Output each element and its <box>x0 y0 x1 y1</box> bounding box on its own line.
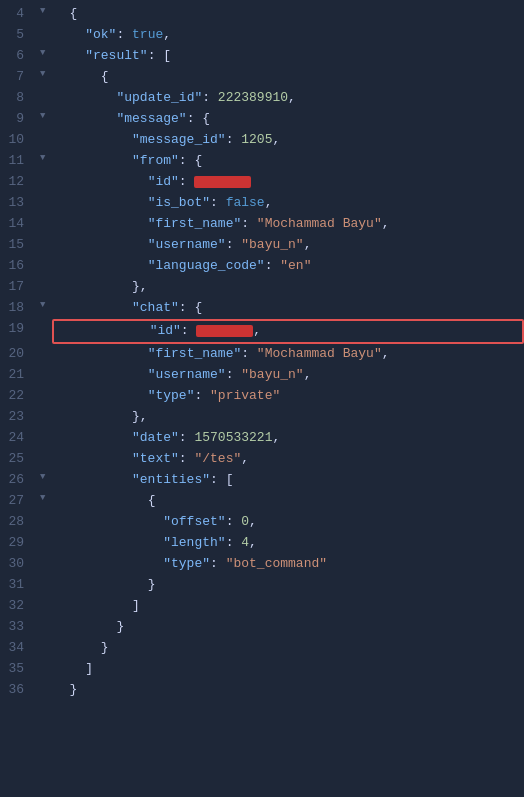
code-line: 5 "ok": true, <box>0 25 524 46</box>
line-content: "entities": [ <box>54 470 524 491</box>
code-line: 19 "id": , <box>0 319 524 344</box>
code-line: 7▼ { <box>0 67 524 88</box>
line-number: 10 <box>0 130 40 151</box>
line-number: 6 <box>0 46 40 67</box>
code-viewer: 4▼ {5 "ok": true,6▼ "result": [7▼ {8 "up… <box>0 0 524 705</box>
code-line: 16 "language_code": "en" <box>0 256 524 277</box>
number-value: 222389910 <box>218 90 288 105</box>
line-number: 17 <box>0 277 40 298</box>
code-line: 29 "length": 4, <box>0 533 524 554</box>
line-number: 32 <box>0 596 40 617</box>
arrow-down-icon: ▼ <box>40 151 54 165</box>
punctuation: , <box>249 535 257 550</box>
line-number: 36 <box>0 680 40 701</box>
line-number: 28 <box>0 512 40 533</box>
code-line: 21 "username": "bayu_n", <box>0 365 524 386</box>
punctuation: , <box>272 430 280 445</box>
line-content: "first_name": "Mochammad Bayu", <box>54 344 524 365</box>
line-content: "type": "bot_command" <box>54 554 524 575</box>
json-key: "length" <box>163 535 225 550</box>
line-content: "type": "private" <box>54 386 524 407</box>
punctuation: : <box>226 367 242 382</box>
line-content: "message": { <box>54 109 524 130</box>
punctuation: { <box>54 6 77 21</box>
line-content: } <box>54 617 524 638</box>
punctuation: } <box>101 640 109 655</box>
number-value: 1205 <box>241 132 272 147</box>
code-line: 30 "type": "bot_command" <box>0 554 524 575</box>
punctuation: : <box>210 556 226 571</box>
json-key: "message" <box>116 111 186 126</box>
json-key: "chat" <box>132 300 179 315</box>
code-line: 15 "username": "bayu_n", <box>0 235 524 256</box>
line-content: "id": , <box>52 319 524 344</box>
code-line: 11▼ "from": { <box>0 151 524 172</box>
line-content: "message_id": 1205, <box>54 130 524 151</box>
punctuation: : { <box>179 153 202 168</box>
line-number: 33 <box>0 617 40 638</box>
punctuation: : <box>116 27 132 42</box>
punctuation: ] <box>132 598 140 613</box>
punctuation: , <box>249 514 257 529</box>
json-key: "ok" <box>85 27 116 42</box>
arrow-down-icon: ▼ <box>40 470 54 484</box>
line-number: 12 <box>0 172 40 193</box>
line-number: 18 <box>0 298 40 319</box>
code-line: 17 }, <box>0 277 524 298</box>
punctuation: , <box>382 346 390 361</box>
line-content: "id": <box>54 172 524 193</box>
line-content: "username": "bayu_n", <box>54 235 524 256</box>
json-key: "update_id" <box>116 90 202 105</box>
line-number: 11 <box>0 151 40 172</box>
json-key: "result" <box>85 48 147 63</box>
line-content: "length": 4, <box>54 533 524 554</box>
line-number: 19 <box>0 319 40 340</box>
json-key: "entities" <box>132 472 210 487</box>
string-value: "/tes" <box>194 451 241 466</box>
punctuation: : <box>194 388 210 403</box>
line-content: "chat": { <box>54 298 524 319</box>
line-content: } <box>54 638 524 659</box>
code-line: 34 } <box>0 638 524 659</box>
code-line: 12 "id": <box>0 172 524 193</box>
punctuation: : <box>226 132 242 147</box>
punctuation: { <box>101 69 109 84</box>
code-line: 31 } <box>0 575 524 596</box>
line-content: { <box>54 4 524 25</box>
line-content: { <box>54 491 524 512</box>
json-key: "language_code" <box>148 258 265 273</box>
line-content: } <box>54 680 524 701</box>
punctuation: , <box>288 90 296 105</box>
punctuation: }, <box>132 409 148 424</box>
code-line: 35 ] <box>0 659 524 680</box>
json-key: "type" <box>148 388 195 403</box>
json-key: "username" <box>148 367 226 382</box>
punctuation: , <box>241 451 249 466</box>
code-line: 6▼ "result": [ <box>0 46 524 67</box>
arrow-down-icon: ▼ <box>40 491 54 505</box>
number-value: 1570533221 <box>194 430 272 445</box>
json-key: "first_name" <box>148 346 242 361</box>
code-line: 14 "first_name": "Mochammad Bayu", <box>0 214 524 235</box>
line-number: 5 <box>0 25 40 46</box>
line-content: "ok": true, <box>54 25 524 46</box>
arrow-down-icon: ▼ <box>40 109 54 123</box>
punctuation: : <box>202 90 218 105</box>
punctuation: : [ <box>148 48 171 63</box>
arrow-down-icon: ▼ <box>40 67 54 81</box>
string-value: "Mochammad Bayu" <box>257 346 382 361</box>
line-content: }, <box>54 407 524 428</box>
line-content: } <box>54 575 524 596</box>
line-number: 14 <box>0 214 40 235</box>
code-line: 4▼ { <box>0 4 524 25</box>
bool-value: false <box>226 195 265 210</box>
code-line: 20 "first_name": "Mochammad Bayu", <box>0 344 524 365</box>
number-value: 4 <box>241 535 249 550</box>
json-key: "type" <box>163 556 210 571</box>
arrow-down-icon: ▼ <box>40 298 54 312</box>
line-content: "offset": 0, <box>54 512 524 533</box>
json-key: "text" <box>132 451 179 466</box>
punctuation: , <box>163 27 171 42</box>
punctuation: : <box>226 535 242 550</box>
punctuation: : <box>241 346 257 361</box>
